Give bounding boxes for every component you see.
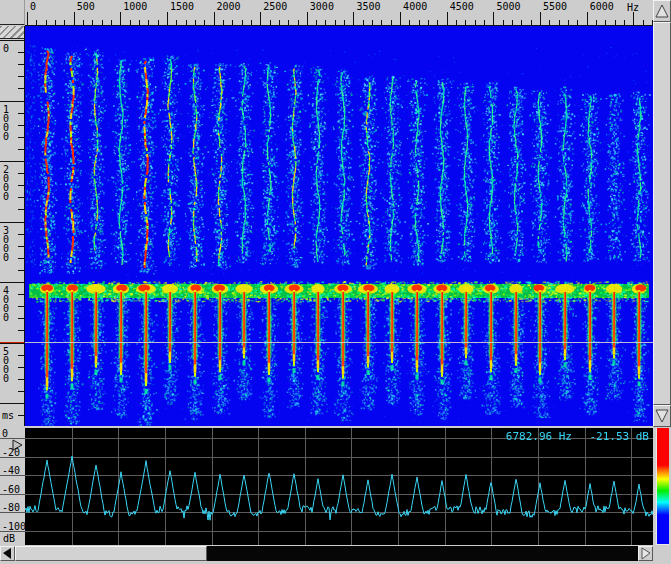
vertical-scrollbar[interactable]: [653, 0, 671, 427]
spectrum-canvas[interactable]: [25, 428, 653, 545]
freq-major-tick: [167, 12, 168, 25]
freq-minor-tick: [279, 20, 280, 25]
time-tick-label: 3 0 0 0: [3, 226, 9, 262]
freq-major-tick: [633, 12, 634, 25]
freq-minor-tick: [363, 20, 364, 25]
freq-major-tick: [120, 12, 121, 25]
cursor-frequency-readout: 6782.96 Hz: [506, 430, 572, 443]
time-major-tick: [0, 222, 24, 223]
freq-major-tick: [260, 12, 261, 25]
freq-minor-tick: [512, 20, 513, 25]
freq-tick-label: 6000: [590, 1, 614, 12]
freq-minor-tick: [456, 20, 457, 25]
freq-minor-tick: [148, 20, 149, 25]
freq-minor-tick: [176, 20, 177, 25]
time-minor-tick: [18, 258, 24, 259]
db-tick-label: -100: [2, 521, 25, 532]
freq-minor-tick: [83, 20, 84, 25]
time-minor-tick: [18, 270, 24, 271]
freq-major-tick: [493, 12, 494, 25]
time-minor-tick: [18, 125, 24, 126]
time-minor-tick: [18, 294, 24, 295]
time-minor-tick: [18, 209, 24, 210]
freq-minor-tick: [186, 20, 187, 25]
intensity-colorbar: [656, 428, 669, 545]
time-minor-tick: [18, 330, 24, 331]
freq-tick-label: 3500: [356, 1, 380, 12]
freq-minor-tick: [158, 20, 159, 25]
freq-major-tick: [74, 12, 75, 25]
freq-minor-tick: [437, 20, 438, 25]
freq-minor-tick: [36, 20, 37, 25]
freq-minor-tick: [428, 20, 429, 25]
corner-top-left: [0, 0, 25, 25]
freq-tick-label: 2000: [217, 1, 241, 12]
time-minor-tick: [18, 149, 24, 150]
time-major-tick: [0, 403, 24, 404]
db-axis: dB 0-20-40-60-80-100: [0, 428, 25, 546]
freq-minor-tick: [64, 20, 65, 25]
freq-minor-tick: [549, 20, 550, 25]
freq-minor-tick: [484, 20, 485, 25]
time-major-tick: [0, 282, 24, 283]
freq-minor-tick: [419, 20, 420, 25]
time-minor-tick: [18, 318, 24, 319]
scroll-right-button[interactable]: [638, 546, 653, 561]
up-arrow-icon: [655, 2, 669, 20]
time-minor-tick: [18, 173, 24, 174]
freq-tick-label: 4500: [450, 1, 474, 12]
freq-minor-tick: [335, 20, 336, 25]
freq-minor-tick: [316, 20, 317, 25]
time-minor-tick: [18, 137, 24, 138]
freq-minor-tick: [559, 20, 560, 25]
freq-minor-tick: [605, 20, 606, 25]
time-major-tick: [0, 101, 24, 102]
time-minor-tick: [18, 52, 24, 53]
down-arrow-icon: [655, 407, 669, 425]
time-minor-tick: [18, 88, 24, 89]
time-ruler[interactable]: ms 01 0 0 02 0 0 03 0 0 04 0 0 05 0 0 0: [0, 26, 25, 426]
time-minor-tick: [18, 64, 24, 65]
time-minor-tick: [18, 391, 24, 392]
freq-minor-tick: [531, 20, 532, 25]
db-tick-label: -40: [2, 465, 20, 476]
spectrogram-canvas[interactable]: [25, 26, 653, 426]
time-tick-label: 2 0 0 0: [3, 165, 9, 201]
scroll-up-button[interactable]: [653, 0, 671, 22]
scroll-left-button[interactable]: [0, 546, 15, 561]
freq-minor-tick: [102, 20, 103, 25]
freq-minor-tick: [130, 20, 131, 25]
freq-minor-tick: [288, 20, 289, 25]
freq-minor-tick: [643, 20, 644, 25]
freq-minor-tick: [195, 20, 196, 25]
freq-tick-label: 1500: [170, 1, 194, 12]
time-unit-label: ms: [2, 410, 14, 421]
hscroll-thumb[interactable]: [15, 546, 207, 561]
db-tick-label: -80: [2, 502, 20, 513]
spectrum-plot[interactable]: 6782.96 Hz -21.53 dB: [25, 428, 653, 545]
freq-minor-tick: [242, 20, 243, 25]
freq-minor-tick: [223, 20, 224, 25]
freq-minor-tick: [465, 20, 466, 25]
freq-tick-label: 3000: [310, 1, 334, 12]
scroll-down-button[interactable]: [653, 405, 671, 427]
freq-minor-tick: [521, 20, 522, 25]
db-unit-label: dB: [3, 533, 15, 544]
horizontal-scrollbar[interactable]: [0, 546, 653, 561]
freq-minor-tick: [381, 20, 382, 25]
freq-tick-label: 4000: [403, 1, 427, 12]
freq-minor-tick: [232, 20, 233, 25]
time-minor-tick: [18, 76, 24, 77]
time-tick-label: 1 0 0 0: [3, 105, 9, 141]
vscroll-thumb[interactable]: [653, 22, 671, 405]
time-minor-tick: [18, 185, 24, 186]
freq-minor-tick: [325, 20, 326, 25]
freq-minor-tick: [298, 20, 299, 25]
freq-minor-tick: [624, 20, 625, 25]
time-minor-tick: [18, 197, 24, 198]
freq-major-tick: [353, 12, 354, 25]
freq-ruler[interactable]: Hz 0500100015002000250030003500400045005…: [25, 0, 653, 26]
time-minor-tick: [18, 113, 24, 114]
freq-major-tick: [307, 12, 308, 25]
spectrogram-window: Hz 0500100015002000250030003500400045005…: [0, 0, 671, 564]
